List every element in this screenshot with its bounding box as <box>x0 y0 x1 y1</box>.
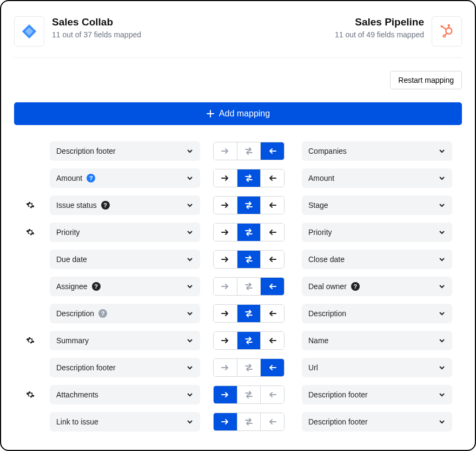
source-app-title: Sales Collab <box>52 16 141 28</box>
chevron-down-icon <box>438 337 446 344</box>
add-mapping-button[interactable]: Add mapping <box>14 102 462 125</box>
direction-left-button[interactable] <box>260 386 284 403</box>
direction-right-button[interactable] <box>214 413 237 430</box>
chevron-down-icon <box>186 256 194 263</box>
chevron-down-icon <box>438 364 446 371</box>
direction-left-button[interactable] <box>260 305 284 322</box>
target-field-select[interactable]: Description <box>302 304 452 323</box>
direction-right-button[interactable] <box>214 278 237 295</box>
source-field-select[interactable]: Due date <box>50 250 200 269</box>
target-field-select[interactable]: Companies <box>302 141 452 161</box>
direction-both-button[interactable] <box>237 359 261 376</box>
direction-left-button[interactable] <box>260 224 284 241</box>
direction-right-button[interactable] <box>214 251 237 268</box>
mapping-row: Issue status?Stage <box>24 195 452 215</box>
mapping-row: Description footerCompanies <box>24 141 452 161</box>
direction-left-button[interactable] <box>260 142 284 160</box>
target-field-select[interactable]: Url <box>302 358 452 377</box>
chevron-down-icon <box>186 310 194 317</box>
direction-both-button[interactable] <box>237 278 261 295</box>
source-field-select[interactable]: Assignee? <box>50 277 200 296</box>
direction-left-button[interactable] <box>260 251 284 268</box>
source-field-select[interactable]: Summary <box>50 331 200 350</box>
source-field-label: Attachments <box>56 390 98 399</box>
direction-left-button[interactable] <box>260 278 284 295</box>
source-field-label: Priority <box>56 228 80 237</box>
target-field-select[interactable]: Amount <box>302 168 452 188</box>
direction-both-button[interactable] <box>237 413 261 430</box>
direction-right-button[interactable] <box>214 386 237 403</box>
gear-slot[interactable] <box>24 201 37 210</box>
direction-both-button[interactable] <box>237 305 261 322</box>
source-field-select[interactable]: Priority <box>50 223 200 242</box>
target-field-select[interactable]: Close date <box>302 250 452 269</box>
target-app-title: Sales Pipeline <box>335 16 424 28</box>
header: Sales Collab 11 out of 37 fields mapped … <box>14 16 462 58</box>
source-field-select[interactable]: Description footer <box>50 141 200 161</box>
chevron-down-icon <box>186 391 194 398</box>
mapping-row: Assignee?Deal owner? <box>24 277 452 296</box>
direction-both-button[interactable] <box>237 197 261 214</box>
target-field-select[interactable]: Name <box>302 331 452 350</box>
target-field-label: Close date <box>308 255 345 264</box>
source-field-select[interactable]: Amount? <box>50 168 200 188</box>
direction-both-button[interactable] <box>237 169 261 187</box>
direction-right-button[interactable] <box>214 224 237 241</box>
gear-slot[interactable] <box>24 228 37 237</box>
help-icon[interactable]: ? <box>351 282 360 291</box>
target-field-label: Companies <box>308 147 347 155</box>
target-field-select[interactable]: Stage <box>302 195 452 215</box>
mapping-row: AttachmentsDescription footer <box>24 385 452 404</box>
svg-point-4 <box>440 25 442 27</box>
source-field-select[interactable]: Issue status? <box>50 195 200 215</box>
direction-right-button[interactable] <box>214 359 237 376</box>
target-field-select[interactable]: Description footer <box>302 412 452 432</box>
svg-point-6 <box>448 24 450 27</box>
source-field-label: Assignee <box>56 282 88 291</box>
direction-left-button[interactable] <box>260 332 284 349</box>
direction-toggle <box>213 223 285 241</box>
source-field-select[interactable]: Link to issue <box>50 412 200 432</box>
chevron-down-icon <box>438 391 446 398</box>
direction-toggle <box>213 169 285 187</box>
chevron-down-icon <box>186 337 194 344</box>
gear-slot[interactable] <box>24 390 37 399</box>
target-field-select[interactable]: Priority <box>302 223 452 242</box>
target-field-label: Stage <box>308 201 328 210</box>
source-field-select[interactable]: Description footer <box>50 358 200 377</box>
direction-toggle <box>213 358 285 377</box>
chevron-down-icon <box>186 418 194 426</box>
direction-left-button[interactable] <box>260 197 284 214</box>
direction-toggle <box>213 196 285 214</box>
direction-right-button[interactable] <box>214 169 237 187</box>
help-icon[interactable]: ? <box>101 201 110 210</box>
target-app-subtitle: 11 out of 49 fields mapped <box>335 30 424 39</box>
direction-toggle <box>213 277 285 296</box>
direction-right-button[interactable] <box>214 142 237 160</box>
direction-both-button[interactable] <box>237 386 261 403</box>
gear-slot[interactable] <box>24 336 37 345</box>
direction-both-button[interactable] <box>237 142 261 160</box>
direction-left-button[interactable] <box>260 413 284 430</box>
source-field-select[interactable]: Description? <box>50 304 200 323</box>
help-icon[interactable]: ? <box>98 309 107 318</box>
direction-right-button[interactable] <box>214 197 237 214</box>
direction-both-button[interactable] <box>237 251 261 268</box>
help-icon[interactable]: ? <box>87 174 95 182</box>
source-field-label: Issue status <box>56 201 97 210</box>
direction-both-button[interactable] <box>237 224 261 241</box>
source-field-select[interactable]: Attachments <box>50 385 200 404</box>
direction-left-button[interactable] <box>260 169 284 187</box>
direction-right-button[interactable] <box>214 332 237 349</box>
target-field-select[interactable]: Deal owner? <box>302 277 452 296</box>
direction-right-button[interactable] <box>214 305 237 322</box>
help-icon[interactable]: ? <box>92 282 101 291</box>
direction-toggle <box>213 413 285 431</box>
mapping-row: Due dateClose date <box>24 250 452 269</box>
chevron-down-icon <box>186 201 194 209</box>
source-app-block: Sales Collab 11 out of 37 fields mapped <box>14 16 141 47</box>
restart-mapping-button[interactable]: Restart mapping <box>390 71 462 89</box>
target-field-select[interactable]: Description footer <box>302 385 452 404</box>
direction-both-button[interactable] <box>237 332 261 349</box>
direction-left-button[interactable] <box>260 359 284 376</box>
